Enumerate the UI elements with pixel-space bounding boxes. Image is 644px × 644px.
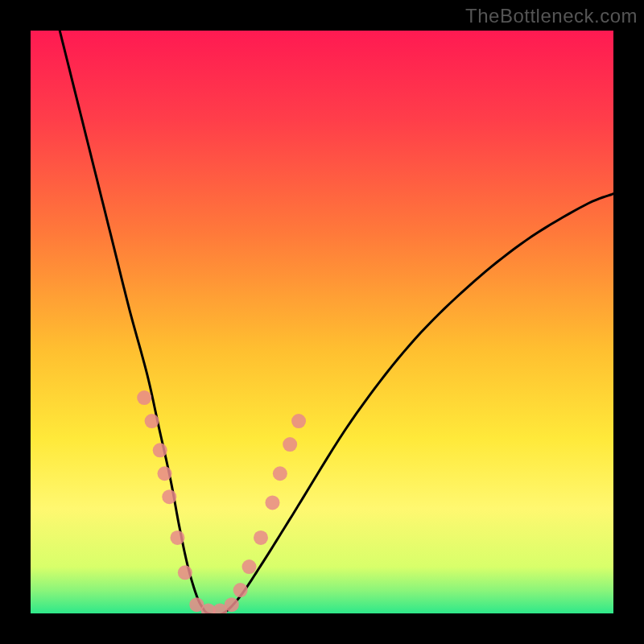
chart-frame: TheBottleneck.com [0, 0, 644, 644]
watermark-text: TheBottleneck.com [465, 5, 638, 27]
curve-canvas [31, 31, 613, 613]
plot-area [31, 31, 613, 613]
